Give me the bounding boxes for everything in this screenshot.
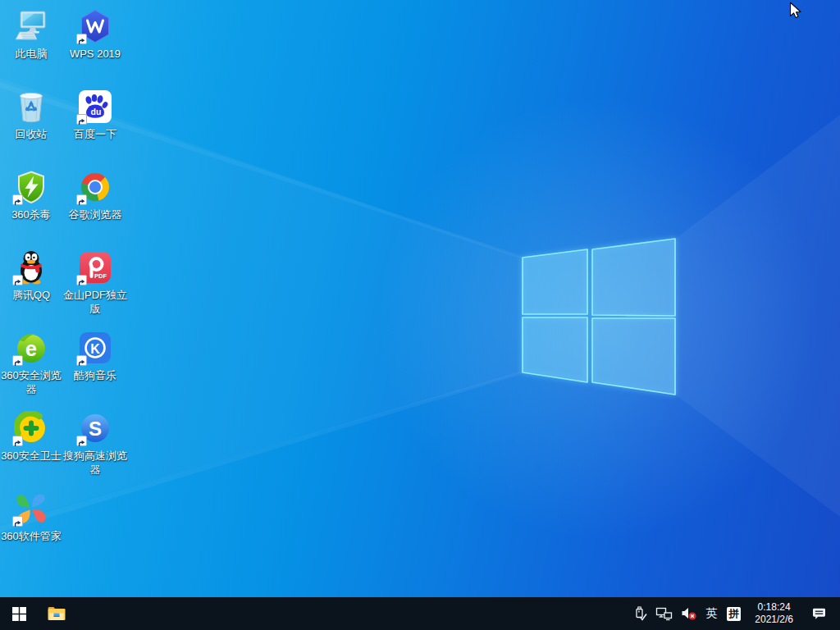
desktop-icon-360-antivirus[interactable]: 360杀毒	[0, 167, 64, 221]
shortcut-arrow-icon	[76, 436, 87, 446]
icon-label: 360安全浏览器	[0, 368, 64, 396]
shortcut-arrow-icon	[12, 436, 23, 446]
icon-label: 搜狗高速浏览器	[62, 449, 128, 477]
windows-start-icon	[12, 607, 26, 621]
desktop-icon-360-browser[interactable]: e 360安全浏览器	[0, 328, 64, 396]
desktop-icon-kingsoft-pdf[interactable]: PDF 金山PDF独立版	[62, 248, 128, 316]
desktop-icon-recycle-bin[interactable]: 回收站	[0, 87, 64, 141]
svg-text:PDF: PDF	[94, 272, 107, 280]
file-explorer-button[interactable]	[38, 597, 75, 630]
file-explorer-icon	[47, 605, 66, 622]
shortcut-arrow-icon	[76, 355, 87, 366]
desktop-icon-this-pc[interactable]: 此电脑	[0, 7, 64, 61]
shortcut-arrow-icon	[12, 194, 23, 205]
svg-text:e: e	[25, 337, 37, 360]
desktop-icon-wps-2019[interactable]: WPS 2019	[62, 7, 128, 61]
icon-label: 百度一下	[74, 127, 116, 141]
volume-muted-icon[interactable]	[677, 597, 701, 630]
taskbar: 英 拼 0:18:24 2021/2/6	[0, 597, 840, 630]
svg-text:du: du	[91, 107, 102, 116]
clock-date: 2021/2/6	[755, 614, 793, 626]
ime-mode-icon[interactable]: 拼	[721, 597, 746, 630]
network-icon[interactable]	[651, 597, 677, 630]
this-pc-icon	[13, 8, 49, 44]
desktop-icon-360-safeguard[interactable]: 360安全卫士	[0, 409, 64, 463]
taskbar-clock[interactable]: 0:18:24 2021/2/6	[746, 597, 801, 630]
shortcut-arrow-icon	[12, 355, 23, 366]
shortcut-arrow-icon	[76, 275, 87, 285]
desktop-icon-chrome[interactable]: 谷歌浏览器	[62, 167, 128, 221]
icon-label: 谷歌浏览器	[69, 208, 122, 221]
icon-label: 腾讯QQ	[12, 288, 50, 302]
desktop-icon-360-software-manager[interactable]: 360软件管家	[0, 489, 64, 543]
shortcut-arrow-icon	[12, 275, 23, 285]
ime-language-indicator[interactable]: 英	[701, 597, 721, 630]
icon-label: 回收站	[16, 127, 48, 141]
icon-label: 此电脑	[16, 47, 48, 61]
recycle-bin-icon	[14, 89, 48, 125]
windows-desktop: 此电脑 WPS 2019	[0, 0, 840, 630]
desktop-icon-baidu[interactable]: du 百度一下	[62, 87, 128, 141]
system-tray: 英 拼 0:18:24 2021/2/6	[628, 597, 840, 630]
clock-time: 0:18:24	[758, 601, 791, 614]
shortcut-arrow-icon	[12, 516, 23, 527]
icon-label: 360杀毒	[11, 208, 51, 221]
desktop-icon-kugou-music[interactable]: K 酷狗音乐	[62, 328, 128, 382]
svg-text:S: S	[89, 418, 102, 440]
action-center-button[interactable]	[801, 597, 835, 630]
shortcut-arrow-icon	[76, 194, 87, 205]
icon-label: 金山PDF独立版	[62, 288, 128, 316]
desktop-icon-sogou-browser[interactable]: S 搜狗高速浏览器	[62, 409, 128, 477]
icon-label: 360安全卫士	[1, 449, 62, 463]
usb-device-icon[interactable]	[628, 597, 651, 630]
notification-icon	[811, 607, 827, 621]
start-button[interactable]	[0, 597, 38, 630]
desktop-icon-tencent-qq[interactable]: 腾讯QQ	[0, 248, 64, 302]
shortcut-arrow-icon	[76, 114, 87, 125]
icon-label: WPS 2019	[70, 47, 121, 61]
icon-label: 360软件管家	[1, 529, 62, 543]
shortcut-arrow-icon	[76, 34, 87, 44]
taskbar-left	[0, 597, 75, 630]
icon-label: 酷狗音乐	[74, 368, 116, 382]
svg-text:K: K	[90, 342, 100, 356]
